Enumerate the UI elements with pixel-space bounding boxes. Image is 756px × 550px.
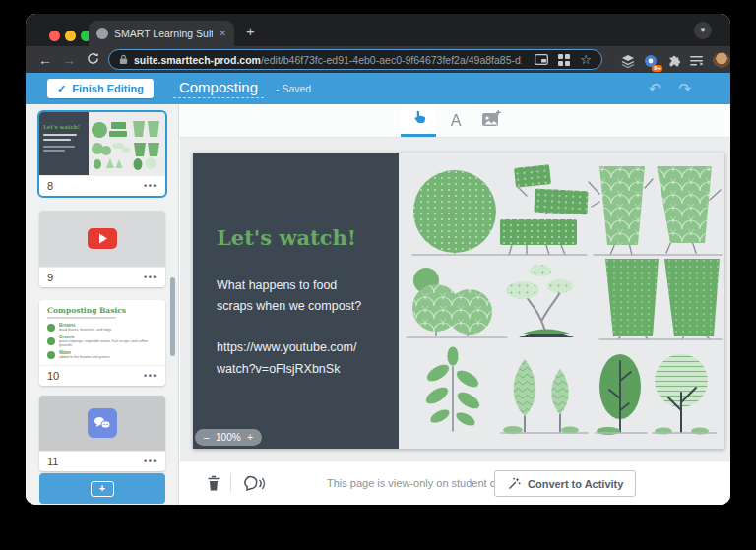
image-tool-button[interactable]	[473, 104, 509, 137]
slide-thumbnail-11[interactable]: 11 •••	[39, 396, 165, 471]
page-footer-bar: This page is view-only on student device…	[179, 460, 730, 505]
editor-toolbar: A	[179, 104, 730, 138]
slide-8-number: 8	[47, 180, 53, 192]
app-header: ✓ Finish Editing Composting - Saved ↶ ↷	[26, 73, 730, 104]
finish-editing-button[interactable]: ✓ Finish Editing	[47, 79, 154, 98]
trash-icon	[207, 475, 220, 492]
text-tool-icon: A	[451, 112, 462, 130]
sidebar-scrollbar[interactable]	[170, 277, 175, 356]
water-desc: added to the browns and greens	[59, 355, 110, 359]
browser-tab[interactable]: SMART Learning Suite Online ✕	[89, 21, 234, 46]
slide-text-panel: Let's watch! What happens to food scraps…	[193, 153, 399, 449]
address-bar[interactable]: suite.smarttech-prod.com/edit/b46f73fc-e…	[108, 49, 602, 70]
magic-wand-icon	[507, 477, 521, 491]
zoom-level: 100%	[216, 432, 241, 443]
extension-badge: 9+	[652, 65, 662, 72]
lock-icon	[119, 51, 128, 69]
trees-illustration	[399, 153, 724, 449]
tab-favicon-icon	[96, 28, 108, 39]
redo-icon[interactable]: ↷	[678, 80, 691, 97]
water-icon	[47, 351, 55, 359]
check-icon: ✓	[57, 83, 66, 95]
slide-10-number: 10	[47, 370, 59, 382]
slide-body-text: What happens to food scraps when we comp…	[217, 275, 399, 316]
slide-11-menu-icon[interactable]: •••	[144, 457, 158, 466]
read-aloud-icon	[244, 474, 266, 492]
zoom-control: – 100% +	[195, 429, 262, 446]
text-tool-button[interactable]: A	[438, 104, 473, 137]
select-tool-button[interactable]	[401, 104, 436, 137]
new-tab-button[interactable]: +	[246, 23, 255, 39]
url-path: /edit/b46f73fc-ed91-4eb0-aec0-9f64673fef…	[261, 54, 522, 66]
tab-title: SMART Learning Suite Online	[114, 28, 213, 39]
youtube-play-icon	[88, 228, 117, 249]
finish-editing-label: Finish Editing	[72, 83, 144, 94]
saved-status: - Saved	[276, 83, 311, 94]
browser-window: SMART Learning Suite Online ✕ + ▾ ← → su…	[26, 14, 730, 505]
slide-10-preview: Composting Basics Brownsdead leaves, bra…	[39, 300, 165, 365]
layers-extension-icon[interactable]	[621, 54, 635, 68]
activity-chat-icon	[88, 408, 117, 438]
slide-link-text: https://www.youtube.com/ watch?v=oFlsjRX…	[217, 337, 399, 380]
profile-avatar[interactable]	[713, 52, 730, 70]
zoom-out-button[interactable]: –	[204, 432, 210, 443]
slide-thumbnail-8[interactable]: Let's watch!	[39, 112, 165, 196]
slide-11-preview	[39, 396, 165, 451]
slide-title: Let's watch!	[217, 225, 399, 250]
slide-thumbnail-9[interactable]: 9 •••	[39, 211, 165, 287]
slide-9-menu-icon[interactable]: •••	[144, 273, 158, 282]
slide-page[interactable]: Let's watch! What happens to food scraps…	[193, 153, 724, 449]
reading-list-icon[interactable]	[690, 55, 704, 67]
bookmark-star-icon[interactable]: ☆	[580, 53, 592, 66]
read-aloud-button[interactable]	[244, 474, 266, 496]
undo-icon[interactable]: ↶	[649, 80, 662, 97]
close-window-button[interactable]	[49, 31, 60, 41]
document-title[interactable]: Composting	[173, 79, 264, 98]
slide-9-number: 9	[47, 272, 53, 283]
badged-extension-icon[interactable]: 9+	[644, 54, 659, 69]
greens-desc: grass clippings, vegetable waste, fruit …	[59, 339, 158, 347]
mini-trees-illustration	[89, 112, 161, 175]
mini-slide-10-title: Composting Basics	[47, 306, 158, 315]
forward-icon[interactable]: →	[57, 52, 81, 68]
zoom-in-button[interactable]: +	[247, 432, 253, 443]
slide-8-menu-icon[interactable]: •••	[144, 181, 158, 191]
slide-10-menu-icon[interactable]: •••	[144, 371, 158, 381]
extensions-puzzle-icon[interactable]	[667, 54, 681, 68]
url-domain: suite.smarttech-prod.com	[134, 54, 261, 66]
greens-icon	[47, 337, 55, 345]
media-controls-icon[interactable]	[535, 54, 548, 65]
slide-9-preview	[39, 211, 165, 267]
slide-8-preview: Let's watch!	[39, 112, 165, 175]
slide-illustration-panel	[399, 153, 724, 449]
add-page-button[interactable]: +	[39, 473, 165, 504]
convert-to-activity-label: Convert to Activity	[528, 478, 623, 490]
tab-close-icon[interactable]: ✕	[219, 29, 226, 38]
browns-icon	[47, 324, 55, 332]
browns-desc: dead leaves, branches, and twigs	[59, 328, 111, 332]
reload-icon[interactable]	[81, 52, 104, 68]
delete-page-button[interactable]	[207, 475, 220, 496]
slide-11-number: 11	[47, 456, 58, 467]
convert-to-activity-button[interactable]: Convert to Activity	[494, 470, 636, 497]
hand-pointer-icon	[410, 108, 427, 130]
tab-search-button[interactable]: ▾	[694, 22, 712, 39]
mini-slide-title: Let's watch!	[43, 124, 89, 130]
editor-canvas[interactable]: Let's watch! What happens to food scraps…	[180, 138, 730, 460]
tab-strip: SMART Learning Suite Online ✕ + ▾	[26, 14, 730, 46]
slide-thumbnail-10[interactable]: Composting Basics Brownsdead leaves, bra…	[39, 300, 165, 386]
slide-panel: Let's watch!	[26, 104, 179, 505]
browser-toolbar: ← → suite.smarttech-prod.com/edit/b46f73…	[26, 46, 730, 73]
add-image-icon	[481, 110, 501, 131]
minimize-window-button[interactable]	[65, 31, 76, 41]
add-page-icon: +	[91, 481, 114, 497]
apps-grid-icon[interactable]	[558, 54, 570, 66]
back-icon[interactable]: ←	[33, 52, 57, 68]
